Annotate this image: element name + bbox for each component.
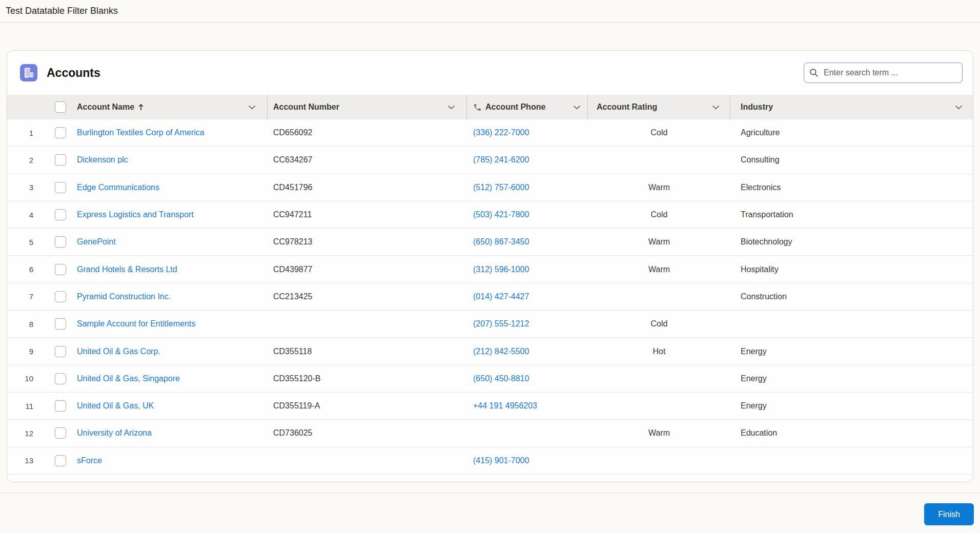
row-checkbox[interactable] [55,346,66,357]
column-header-industry[interactable]: Industry [730,95,973,119]
row-checkbox[interactable] [55,127,66,138]
account-phone-link[interactable]: (650) 867-3450 [473,237,529,246]
column-label: Industry [741,102,773,112]
column-header-account-number[interactable]: Account Number [268,95,467,119]
row-checkbox[interactable] [55,318,66,330]
row-checkbox[interactable] [55,455,66,466]
row-number: 13 [7,456,49,465]
account-number-cell: CD451796 [268,183,467,192]
account-name-link[interactable]: Sample Account for Entitlements [77,319,195,328]
industry-cell: Energy [730,374,973,383]
account-phone-link[interactable]: +44 191 4956203 [473,401,537,410]
account-number-cell: CC947211 [268,210,467,219]
account-phone-link[interactable]: (415) 901-7000 [473,456,529,465]
account-name-cell: Pyramid Construction Inc. [72,292,268,301]
column-header-account-rating[interactable]: Account Rating [588,95,730,119]
industry-cell: Education [730,428,973,438]
row-number: 12 [7,429,49,438]
account-phone-link[interactable]: (650) 450-8810 [473,374,529,383]
account-phone-cell: (312) 596-1000 [467,265,588,274]
row-checkbox[interactable] [55,236,66,248]
account-name-cell: United Oil & Gas Corp. [72,347,268,356]
account-name-link[interactable]: Dickenson plc [77,155,128,164]
account-phone-link[interactable]: (212) 842-5500 [473,347,529,356]
column-menu-button[interactable] [247,104,257,111]
column-header-account-phone[interactable]: Account Phone [467,95,588,119]
account-name-link[interactable]: GenePoint [77,237,116,246]
account-rating-cell: Cold [588,128,730,137]
column-menu-button[interactable] [711,104,721,111]
row-number: 11 [7,402,49,411]
industry-cell: Hospitality [730,265,973,274]
account-number-cell: CD355118 [268,347,467,356]
account-phone-cell: (512) 757-6000 [467,183,588,192]
account-phone-link[interactable]: (336) 222-7000 [473,128,529,137]
account-phone-cell: (415) 901-7000 [467,456,588,465]
account-phone-link[interactable]: (503) 421-7800 [473,210,529,219]
account-name-link[interactable]: United Oil & Gas, Singapore [77,374,180,383]
column-label: Account Rating [597,102,657,112]
account-phone-cell: (503) 421-7800 [467,210,588,219]
select-all-checkbox[interactable] [55,101,66,113]
account-name-link[interactable]: United Oil & Gas, UK [77,401,154,410]
account-number-cell: CD355119-A [268,401,467,411]
account-name-link[interactable]: Express Logistics and Transport [77,210,194,219]
row-checkbox[interactable] [55,427,66,439]
row-checkbox[interactable] [55,264,66,275]
account-rating-cell: Cold [588,210,730,219]
table-row: 9 United Oil & Gas Corp. CD355118 (212) … [7,338,973,365]
industry-cell: Transportation [730,210,973,219]
account-name-link[interactable]: sForce [77,456,102,465]
account-phone-link[interactable]: (785) 241-6200 [473,155,529,164]
account-number-cell: CC634267 [268,155,467,165]
account-name-link[interactable]: University of Arizona [77,428,152,437]
account-name-link[interactable]: Pyramid Construction Inc. [77,292,171,301]
chevron-down-icon [955,105,963,110]
account-number-cell: CD439877 [268,265,467,274]
footer: Finish [0,493,980,525]
search-input[interactable] [804,63,963,83]
column-menu-button[interactable] [446,104,456,111]
row-number: 5 [7,238,49,247]
account-name-cell: Edge Communications [72,183,268,192]
column-menu-button[interactable] [572,104,582,111]
column-menu-button[interactable] [954,104,964,111]
row-checkbox-cell [49,154,72,166]
column-header-account-name[interactable]: Account Name [72,95,268,119]
search-box [804,63,963,83]
header-rownum-cell [7,95,49,119]
row-checkbox[interactable] [55,400,66,412]
account-number-cell: CC978213 [268,237,467,247]
finish-button[interactable]: Finish [924,503,974,525]
account-rating-cell: Hot [588,347,730,356]
account-name-link[interactable]: Burlington Textiles Corp of America [77,128,205,137]
row-checkbox[interactable] [55,154,66,166]
column-label: Account Phone [485,102,545,112]
row-checkbox-cell [49,264,72,275]
row-checkbox[interactable] [55,373,66,384]
account-phone-link[interactable]: (014) 427-4427 [473,292,529,301]
account-phone-link[interactable]: (312) 596-1000 [473,265,529,274]
row-number: 2 [7,156,49,165]
row-checkbox[interactable] [55,291,66,302]
account-name-cell: Burlington Textiles Corp of America [72,128,268,137]
industry-cell: Biotechnology [730,237,973,247]
row-number: 6 [7,265,49,274]
account-name-link[interactable]: Edge Communications [77,183,159,192]
table-row: 13 sForce (415) 901-7000 [7,447,973,475]
row-checkbox[interactable] [55,209,66,220]
column-label: Account Name [77,102,134,112]
row-checkbox[interactable] [55,182,66,193]
top-bar: Test Datatable Filter Blanks [0,0,980,23]
table-row: 11 United Oil & Gas, UK CD355119-A +44 1… [7,393,973,420]
table-row: 1 Burlington Textiles Corp of America CD… [7,119,973,147]
account-phone-link[interactable]: (512) 757-6000 [473,183,529,192]
row-checkbox-cell [49,236,72,248]
card-header: Accounts [7,51,973,95]
account-name-link[interactable]: Grand Hotels & Resorts Ltd [77,265,177,274]
row-number: 1 [7,129,49,137]
account-name-link[interactable]: United Oil & Gas Corp. [77,347,160,356]
account-name-cell: University of Arizona [72,428,268,438]
row-checkbox-cell [49,182,72,193]
account-phone-link[interactable]: (207) 555-1212 [473,319,529,328]
